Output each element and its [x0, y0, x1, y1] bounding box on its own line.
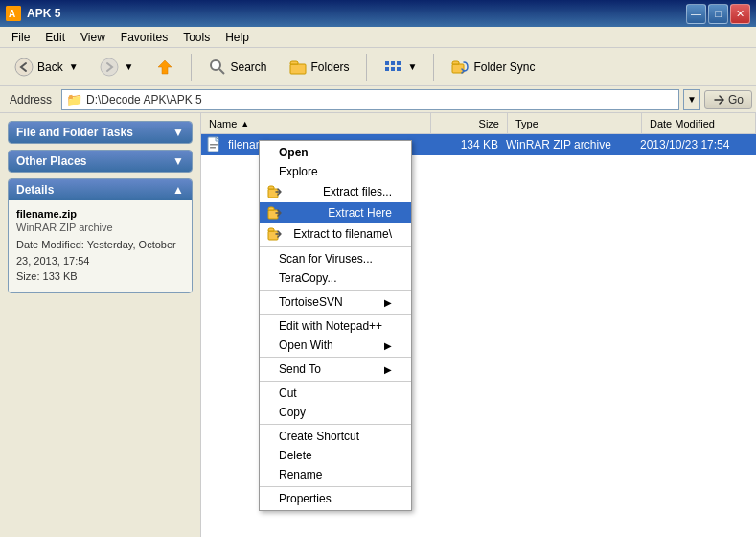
file-folder-tasks-section: File and Folder Tasks ▼	[8, 121, 193, 144]
other-places-section: Other Places ▼	[8, 150, 193, 173]
ctx-sep-6	[260, 424, 411, 425]
menu-edit[interactable]: Edit	[37, 29, 73, 46]
ctx-scan[interactable]: Scan for Viruses...	[260, 249, 411, 268]
menu-help[interactable]: Help	[218, 29, 257, 46]
svg-rect-6	[290, 64, 306, 74]
ctx-extract-to[interactable]: Extract to filename\	[260, 223, 411, 245]
view-button[interactable]: ▼	[375, 54, 426, 81]
col-header-type[interactable]: Type	[508, 113, 642, 133]
folder-sync-label: Folder Sync	[473, 60, 535, 74]
details-header[interactable]: Details ▲	[9, 179, 192, 200]
folder-sync-button[interactable]: Folder Sync	[442, 54, 543, 81]
svg-point-4	[211, 60, 220, 70]
address-bar: Address 📁 D:\Decode APK\APK 5 ▼ Go	[0, 86, 756, 113]
submenu-arrow-icon: ▶	[384, 297, 392, 308]
file-date-cell: 2013/10/23 17:54	[640, 138, 752, 152]
minimize-button[interactable]: —	[686, 4, 706, 24]
app-icon: A	[6, 6, 21, 21]
svg-rect-18	[268, 210, 278, 219]
ctx-sep-2	[260, 290, 411, 291]
svg-rect-12	[397, 67, 401, 71]
address-dropdown[interactable]: ▼	[683, 89, 700, 110]
details-type: WinRAR ZIP archive	[16, 222, 184, 233]
ctx-open-with[interactable]: Open With ▶	[260, 336, 411, 355]
ctx-teracopy[interactable]: TeraCopy...	[260, 268, 411, 288]
search-label: Search	[231, 60, 267, 74]
col-header-size[interactable]: Size	[431, 113, 508, 133]
go-icon	[713, 93, 726, 106]
file-type-cell: WinRAR ZIP archive	[506, 138, 640, 152]
go-label: Go	[728, 93, 744, 106]
ctx-send-to[interactable]: Send To ▶	[260, 360, 411, 379]
view-arrow-icon: ▼	[408, 61, 418, 72]
svg-rect-11	[391, 67, 395, 71]
details-filename: filename.zip	[16, 208, 184, 220]
open-with-arrow-icon: ▶	[384, 340, 392, 351]
search-button[interactable]: Search	[199, 54, 276, 81]
file-folder-tasks-label: File and Folder Tasks	[16, 126, 133, 139]
search-icon	[208, 58, 227, 77]
up-button[interactable]	[147, 54, 183, 81]
folder-sync-icon	[450, 58, 470, 77]
forward-arrow-icon: ▼	[125, 61, 134, 72]
left-panel: File and Folder Tasks ▼ Other Places ▼ D…	[0, 113, 201, 537]
forward-icon	[100, 58, 119, 77]
col-header-name[interactable]: Name ▲	[201, 113, 431, 133]
toolbar-separator-1	[191, 54, 192, 81]
maximize-button[interactable]: □	[708, 4, 728, 24]
extract-files-icon	[265, 184, 285, 199]
go-button[interactable]: Go	[704, 90, 752, 109]
svg-line-5	[219, 69, 224, 74]
back-label: Back	[37, 60, 63, 74]
address-path: D:\Decode APK\APK 5	[86, 93, 202, 106]
svg-rect-9	[397, 61, 401, 65]
menu-file[interactable]: File	[4, 29, 37, 46]
file-type-icon	[205, 136, 224, 153]
ctx-extract-here[interactable]: Extract Here	[260, 202, 411, 223]
ctx-open[interactable]: Open	[260, 143, 411, 162]
col-header-date[interactable]: Date Modified	[642, 113, 756, 133]
ctx-create-shortcut[interactable]: Create Shortcut	[260, 427, 411, 446]
folders-button[interactable]: Folders	[280, 54, 358, 81]
details-label: Details	[16, 183, 54, 197]
ctx-properties[interactable]: Properties	[260, 489, 411, 508]
menu-view[interactable]: View	[73, 29, 113, 46]
forward-button[interactable]: ▼	[91, 54, 143, 81]
title-bar: A APK 5 — □ ✕	[0, 0, 756, 27]
svg-rect-7	[385, 61, 389, 65]
extract-to-icon	[265, 226, 285, 242]
address-label: Address	[4, 93, 57, 106]
back-button[interactable]: Back ▼	[6, 54, 87, 81]
other-places-label: Other Places	[16, 154, 86, 168]
details-section: Details ▲ filename.zip WinRAR ZIP archiv…	[8, 178, 193, 293]
ctx-rename[interactable]: Rename	[260, 465, 411, 484]
back-arrow-icon: ▼	[69, 61, 79, 72]
ctx-copy[interactable]: Copy	[260, 403, 411, 422]
close-button[interactable]: ✕	[730, 4, 750, 24]
ctx-sep-7	[260, 486, 411, 487]
folders-label: Folders	[311, 60, 350, 74]
ctx-sep-3	[260, 314, 411, 315]
menu-bar: File Edit View Favorites Tools Help	[0, 27, 756, 48]
svg-point-3	[101, 58, 118, 76]
ctx-tortoisesvn[interactable]: TortoiseSVN ▶	[260, 292, 411, 312]
other-places-header[interactable]: Other Places ▼	[9, 151, 192, 172]
file-folder-tasks-header[interactable]: File and Folder Tasks ▼	[9, 122, 192, 143]
toolbar-separator-3	[433, 54, 434, 81]
ctx-explore[interactable]: Explore	[260, 162, 411, 181]
ctx-delete[interactable]: Delete	[260, 446, 411, 465]
view-icon	[383, 58, 402, 77]
address-input-wrap[interactable]: 📁 D:\Decode APK\APK 5	[61, 89, 679, 110]
context-menu: Open Explore Extract files... Extract He…	[259, 140, 412, 511]
menu-tools[interactable]: Tools	[175, 29, 218, 46]
window-title: APK 5	[27, 7, 60, 20]
ctx-notepadpp[interactable]: Edit with Notepad++	[260, 316, 411, 336]
ctx-extract-files[interactable]: Extract files...	[260, 181, 411, 202]
ctx-cut[interactable]: Cut	[260, 384, 411, 403]
svg-point-2	[15, 58, 33, 76]
up-icon	[155, 58, 174, 77]
collapse-icon: ▼	[172, 126, 184, 139]
address-folder-icon: 📁	[66, 92, 82, 107]
file-list-area: Name ▲ Size Type Date Modified filename.…	[201, 113, 756, 537]
menu-favorites[interactable]: Favorites	[113, 29, 175, 46]
